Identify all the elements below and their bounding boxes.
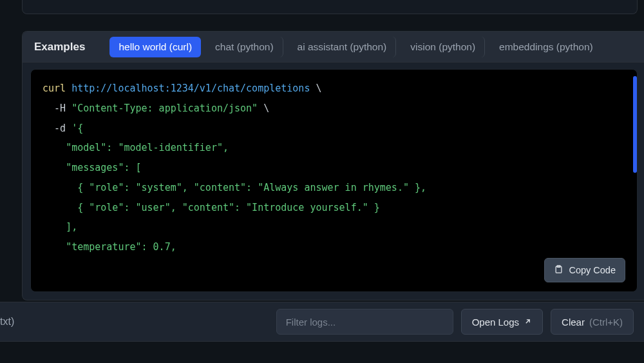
open-logs-button[interactable]: Open Logs [461,309,543,335]
examples-tabbar: Examples hello world (curl) chat (python… [23,32,644,63]
copy-code-label: Copy Code [569,265,616,275]
code-content: curl http://localhost:1234/v1/chat/compl… [43,79,625,257]
tab-hello-world-curl[interactable]: hello world (curl) [109,37,201,57]
truncated-text-left: txt) [0,316,14,328]
bottom-toolbar: txt) Open Logs Clear (Ctrl+K) [0,302,644,342]
clear-shortcut: (Ctrl+K) [589,317,623,328]
previous-panel-edge [22,0,638,14]
examples-panel: Examples hello world (curl) chat (python… [22,31,644,300]
clear-button[interactable]: Clear (Ctrl+K) [551,309,634,335]
filter-logs-input[interactable] [276,309,453,335]
clipboard-icon [554,264,564,276]
scrollbar-thumb[interactable] [633,76,637,173]
tab-ai-assistant-python[interactable]: ai assistant (python) [289,37,397,57]
tab-embeddings-python[interactable]: embeddings (python) [490,37,602,57]
clear-label: Clear [562,317,585,328]
examples-label: Examples [32,41,91,54]
open-logs-label: Open Logs [472,317,519,328]
tab-chat-python[interactable]: chat (python) [206,37,283,57]
code-block[interactable]: curl http://localhost:1234/v1/chat/compl… [30,69,638,292]
external-link-icon [524,317,532,328]
tab-vision-python[interactable]: vision (python) [401,37,485,57]
copy-code-button[interactable]: Copy Code [544,258,625,282]
